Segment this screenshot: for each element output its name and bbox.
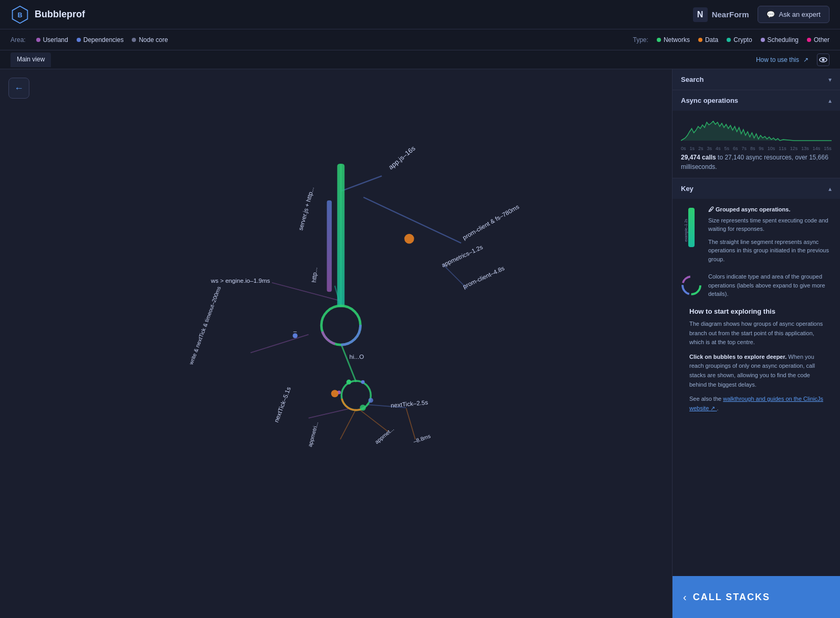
userland-label: Userland <box>43 36 68 44</box>
key-circle-text: Colors indicate type and area of the gro… <box>708 272 832 299</box>
svg-text:example–1.2s: example–1.2s <box>684 219 688 242</box>
axis-4s: 4s <box>716 146 721 151</box>
how-to-title: How to start exploring this <box>689 307 823 315</box>
crypto-dot <box>727 38 731 42</box>
key-grouped-text1: Size represents time spent executing cod… <box>708 216 832 233</box>
svg-point-55 <box>684 278 699 293</box>
dot-text: . <box>717 405 718 411</box>
type-filter-label: Type: <box>633 36 648 44</box>
search-chevron-icon: ▾ <box>828 76 832 83</box>
axis-14s: 14s <box>813 146 821 151</box>
external-link-small-icon: ↗ <box>710 405 715 411</box>
key-item-grouped: example–1.2s 🖊 Grouped async operations.… <box>681 205 832 263</box>
right-panel: Search ▾ Async operations ▴ 0s <box>672 69 840 618</box>
axis-13s: 13s <box>801 146 809 151</box>
svg-text:hi...O: hi...O <box>350 353 364 360</box>
axis-2s: 2s <box>698 146 704 151</box>
node-core-label: Node core <box>139 36 167 44</box>
networks-label: Networks <box>664 36 690 44</box>
other-dot <box>807 38 811 42</box>
axis-7s: 7s <box>741 146 747 151</box>
tab-bar: Main view How to use this ↗ <box>0 50 840 69</box>
key-header[interactable]: Key ▴ <box>673 178 840 199</box>
mini-chart: 0s 1s 2s 3s 4s 5s 6s 7s 8s 9s 10s 11s 12… <box>681 117 832 148</box>
svg-rect-18 <box>337 164 344 307</box>
how-to-explore: How to start exploring this The diagram … <box>681 307 832 424</box>
key-circle-desc: Colors indicate type and area of the gro… <box>708 272 832 299</box>
how-to-link[interactable]: How to use this ↗ <box>756 56 808 63</box>
networks-dot <box>657 38 661 42</box>
axis-9s: 9s <box>759 146 764 151</box>
external-link-icon: ↗ <box>803 56 808 63</box>
async-header[interactable]: Async operations ▴ <box>673 90 840 111</box>
logo-icon: B <box>10 5 29 24</box>
chevron-left-icon: ‹ <box>683 591 687 603</box>
tab-main-view[interactable]: Main view <box>10 52 51 67</box>
call-stacks-label: CALL STACKS <box>693 592 770 603</box>
async-content: 0s 1s 2s 3s 4s 5s 6s 7s 8s 9s 10s 11s 12… <box>673 111 840 178</box>
back-button[interactable]: ← <box>8 78 29 99</box>
how-to-para2: Click on bubbles to explore deeper. When… <box>689 353 823 389</box>
async-title: Async operations <box>681 97 738 104</box>
userland-dot <box>36 38 40 42</box>
svg-point-3 <box>822 58 825 61</box>
filter-other[interactable]: Other <box>807 36 830 44</box>
svg-point-48 <box>360 404 366 411</box>
scheduling-dot <box>761 38 765 42</box>
key-chevron-icon: ▴ <box>828 185 832 193</box>
crypto-label: Crypto <box>733 36 752 44</box>
how-to-para1: The diagram shows how groups of async op… <box>689 319 823 347</box>
key-grouped-text2: The straight line segment represents asy… <box>708 238 832 264</box>
area-filter-items: Userland Dependencies Node core <box>36 36 168 44</box>
chart-svg <box>681 117 832 143</box>
app-title: Bubbleprof <box>35 9 85 20</box>
svg-point-49 <box>369 398 373 402</box>
axis-6s: 6s <box>733 146 738 151</box>
async-chevron-icon: ▴ <box>828 97 832 104</box>
search-title: Search <box>681 76 704 83</box>
key-title: Key <box>681 185 694 193</box>
viz-panel: ← <box>0 69 672 618</box>
svg-text:ws > engine.io–1.9ms: ws > engine.io–1.9ms <box>211 277 270 284</box>
axis-0s: 0s <box>681 146 686 151</box>
async-stats: 29,474 calls to 27,140 async resources, … <box>681 153 832 172</box>
chart-axis: 0s 1s 2s 3s 4s 5s 6s 7s 8s 9s 10s 11s 12… <box>681 146 832 151</box>
header: B Bubbleprof N NearForm 💬 Ask an expert <box>0 0 840 29</box>
chat-icon: 💬 <box>766 10 775 18</box>
filter-data[interactable]: Data <box>698 36 718 44</box>
svg-point-30 <box>324 308 358 343</box>
filter-node-core[interactable]: Node core <box>132 36 167 44</box>
key-circle-visual <box>681 272 702 299</box>
nearform-n-icon: N <box>693 7 708 22</box>
key-section: Key ▴ <box>673 178 840 576</box>
svg-point-39 <box>361 380 365 384</box>
nearform-logo: N NearForm <box>693 7 749 22</box>
data-label: Data <box>705 36 718 44</box>
visualization-svg[interactable]: app.js–16s server.js + http... prom-clie… <box>0 69 672 618</box>
filter-dependencies[interactable]: Dependencies <box>77 36 124 44</box>
logo-area: B Bubbleprof <box>10 5 85 24</box>
async-calls: 29,474 calls <box>681 154 716 161</box>
axis-11s: 11s <box>779 146 786 151</box>
axis-10s: 10s <box>768 146 775 151</box>
ask-expert-button[interactable]: 💬 Ask an expert <box>758 6 830 23</box>
filter-scheduling[interactable]: Scheduling <box>761 36 799 44</box>
svg-text:B: B <box>17 12 22 19</box>
key-bar-text: 🖊 Grouped async operations. Size represe… <box>708 205 832 263</box>
eye-icon[interactable] <box>817 54 830 66</box>
area-filter-label: Area: <box>10 36 26 44</box>
svg-point-46 <box>404 234 414 244</box>
key-circle-svg <box>681 272 702 299</box>
filter-networks[interactable]: Networks <box>657 36 690 44</box>
async-section: Async operations ▴ 0s 1s 2s 3s 4s <box>673 90 840 178</box>
key-item-circle: Colors indicate type and area of the gro… <box>681 272 832 299</box>
node-core-dot <box>132 38 136 42</box>
axis-3s: 3s <box>707 146 712 151</box>
nearform-label: NearForm <box>712 10 749 19</box>
svg-rect-19 <box>327 200 332 292</box>
search-header[interactable]: Search ▾ <box>673 69 840 90</box>
filter-userland[interactable]: Userland <box>36 36 68 44</box>
call-stacks-footer[interactable]: ‹ CALL STACKS <box>673 576 840 618</box>
filter-crypto[interactable]: Crypto <box>727 36 752 44</box>
filter-bar: Area: Userland Dependencies Node core Ty… <box>0 29 840 50</box>
